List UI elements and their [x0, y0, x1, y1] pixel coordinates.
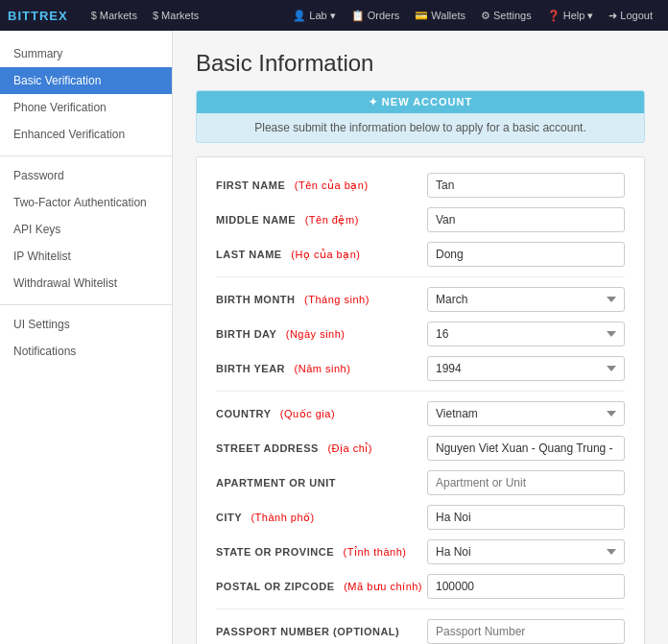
street-address-row: STREET ADDRESS (Địa chỉ)	[216, 436, 625, 461]
birth-year-label: BIRTH YEAR (Năm sinh)	[216, 363, 427, 374]
page-title: Basic Information	[196, 50, 645, 77]
nav-markets2[interactable]: $ Markets	[145, 0, 206, 31]
city-label-sub: (Thành phố)	[250, 512, 314, 523]
sidebar-item-ui-settings[interactable]: UI Settings	[0, 311, 172, 338]
street-address-input[interactable]	[427, 436, 625, 461]
birth-month-label: BIRTH MONTH (Tháng sinh)	[216, 294, 427, 305]
content-area: Basic Information ✦ NEW ACCOUNT Please s…	[173, 31, 668, 644]
postal-label: POSTAL OR ZIPCODE (Mã bưu chính)	[216, 581, 427, 593]
sidebar-item-enhanced-verification[interactable]: Enhanced Verification	[0, 121, 172, 148]
sidebar-item-basic-verification[interactable]: Basic Verification	[0, 67, 172, 94]
banner-header: ✦ NEW ACCOUNT	[197, 91, 644, 113]
last-name-label-sub: (Họ của bạn)	[291, 249, 360, 260]
sidebar-item-withdrawal-whitelist[interactable]: Withdrawal Whitelist	[0, 270, 172, 297]
apartment-label: APARTMENT OR UNIT	[216, 477, 427, 489]
apartment-input[interactable]	[427, 470, 625, 495]
middle-name-input[interactable]	[427, 207, 625, 232]
postal-input[interactable]	[427, 574, 625, 599]
birth-month-row: BIRTH MONTH (Tháng sinh) JanuaryFebruary…	[216, 287, 625, 312]
birth-month-label-sub: (Tháng sinh)	[304, 294, 370, 305]
sidebar-item-ip-whitelist[interactable]: IP Whitelist	[0, 243, 172, 270]
street-address-label: STREET ADDRESS (Địa chỉ)	[216, 442, 427, 455]
nav-wallets[interactable]: 💳 Wallets	[407, 10, 473, 22]
birth-day-row: BIRTH DAY (Ngày sinh) 12345 678910 11121…	[216, 322, 625, 346]
last-name-row: LAST NAME (Họ của bạn)	[216, 242, 625, 267]
last-name-label: LAST NAME (Họ của bạn)	[216, 249, 427, 261]
country-label: COUNTRY (Quốc gia)	[216, 408, 427, 420]
nav-logout[interactable]: ➜ Logout	[601, 10, 660, 22]
city-row: CITY (Thành phố)	[216, 505, 625, 530]
state-label-sub: (Tỉnh thành)	[344, 546, 407, 558]
basic-info-form: FIRST NAME (Tên của bạn) MIDDLE NAME (Tê…	[196, 156, 645, 644]
middle-name-row: MIDDLE NAME (Tên đệm)	[216, 207, 625, 232]
last-name-input[interactable]	[427, 242, 625, 267]
middle-name-label: MIDDLE NAME (Tên đệm)	[216, 214, 427, 227]
sidebar-item-phone-verification[interactable]: Phone Verification	[0, 94, 172, 121]
nav-help[interactable]: ❓ Help ▾	[539, 10, 602, 22]
top-nav: BITTREX $ Markets $ Markets 👤 Lab ▾ 📋 Or…	[0, 0, 668, 31]
new-account-banner: ✦ NEW ACCOUNT Please submit the informat…	[196, 90, 645, 143]
first-name-input[interactable]	[427, 173, 625, 198]
sidebar-item-password[interactable]: Password	[0, 162, 172, 189]
birth-day-label-sub: (Ngày sinh)	[286, 328, 346, 340]
first-name-label-sub: (Tên của bạn)	[295, 179, 369, 191]
birth-year-select[interactable]: 1994199319951990	[427, 356, 625, 381]
sidebar-item-api-keys[interactable]: API Keys	[0, 216, 172, 243]
sidebar: Summary Basic Verification Phone Verific…	[0, 31, 173, 644]
birth-year-label-sub: (Năm sinh)	[295, 363, 351, 374]
middle-name-label-sub: (Tên đệm)	[305, 214, 359, 226]
nav-orders[interactable]: 📋 Orders	[344, 10, 408, 22]
nav-lab[interactable]: 👤 Lab ▾	[285, 10, 343, 22]
sidebar-item-summary[interactable]: Summary	[0, 40, 172, 67]
sidebar-item-two-factor[interactable]: Two-Factor Authentication	[0, 189, 172, 216]
city-input[interactable]	[427, 505, 625, 530]
country-row: COUNTRY (Quốc gia) VietnamUnited StatesC…	[216, 401, 625, 426]
postal-row: POSTAL OR ZIPCODE (Mã bưu chính)	[216, 574, 625, 599]
first-name-row: FIRST NAME (Tên của bạn)	[216, 173, 625, 198]
postal-label-sub: (Mã bưu chính)	[344, 581, 422, 592]
country-label-sub: (Quốc gia)	[280, 408, 335, 419]
passport-input[interactable]	[427, 619, 625, 644]
city-label: CITY (Thành phố)	[216, 512, 427, 524]
banner-body: Please submit the information below to a…	[197, 113, 644, 142]
birth-month-select[interactable]: JanuaryFebruaryMarch AprilMayJune JulyAu…	[427, 287, 625, 312]
state-select[interactable]: Ha NoiHo Chi MinhDa Nang	[427, 539, 625, 564]
country-select[interactable]: VietnamUnited StatesChina	[427, 401, 625, 426]
birth-day-select[interactable]: 12345 678910 1112131415 1617181920 21222…	[427, 322, 625, 346]
birth-year-row: BIRTH YEAR (Năm sinh) 1994199319951990	[216, 356, 625, 381]
brand-logo[interactable]: BITTREX	[8, 9, 68, 23]
state-row: STATE OR PROVINCE (Tỉnh thành) Ha NoiHo …	[216, 539, 625, 564]
street-label-sub: (Địa chỉ)	[327, 442, 372, 454]
nav-markets1[interactable]: $ Markets	[84, 0, 145, 31]
state-label: STATE OR PROVINCE (Tỉnh thành)	[216, 546, 427, 559]
birth-day-label: BIRTH DAY (Ngày sinh)	[216, 328, 427, 340]
first-name-label: FIRST NAME (Tên của bạn)	[216, 179, 427, 192]
sidebar-item-notifications[interactable]: Notifications	[0, 338, 172, 365]
passport-label: PASSPORT NUMBER (OPTIONAL)	[216, 626, 427, 637]
passport-row: PASSPORT NUMBER (OPTIONAL)	[216, 619, 625, 644]
nav-settings[interactable]: ⚙ Settings	[473, 10, 539, 22]
apartment-row: APARTMENT OR UNIT	[216, 470, 625, 495]
